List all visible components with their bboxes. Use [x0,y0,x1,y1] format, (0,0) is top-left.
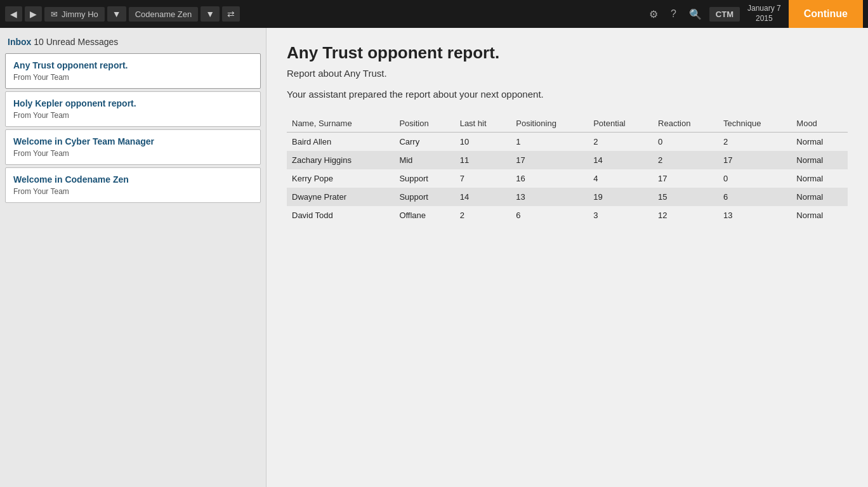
table-column-header: Reaction [653,115,718,133]
table-cell: Offlane [394,206,454,224]
table-cell: Support [394,188,454,206]
topbar: ◀ ▶ ✉ Jimmy Ho ▼ Codename Zen ▼ ⇄ ⚙ ? 🔍 … [0,0,868,28]
report-title: Any Trust opponent report. [287,43,848,63]
table-cell: Support [394,169,454,188]
back-button[interactable]: ◀ [5,6,22,22]
forward-button[interactable]: ▶ [25,6,42,22]
table-cell: Normal [791,206,848,224]
table-column-header: Mood [791,115,848,133]
table-cell: 14 [588,151,653,169]
user1-label: Jimmy Ho [62,10,98,19]
message-item[interactable]: Welcome in Codename ZenFrom Your Team [5,167,261,203]
inbox-count: 10 Unread Messages [34,37,118,47]
table-cell: 13 [718,206,791,224]
table-cell: Normal [791,151,848,169]
table-cell: 16 [511,169,588,188]
table-cell: David Todd [287,206,394,224]
table-cell: 7 [455,169,511,188]
table-cell: 2 [653,151,718,169]
message-item[interactable]: Any Trust opponent report.From Your Team [5,53,261,89]
message-title: Holy Kepler opponent report. [13,98,253,108]
message-from: From Your Team [13,149,253,158]
message-title: Welcome in Codename Zen [13,174,253,185]
table-row: Kerry PopeSupport7164170Normal [287,169,848,188]
inbox-header: Inbox 10 Unread Messages [0,34,266,53]
table-body: Baird AllenCarry101202NormalZachary Higg… [287,133,848,225]
table-cell: 14 [455,188,511,206]
table-cell: 4 [588,169,653,188]
swap-button[interactable]: ⇄ [222,6,240,22]
date-display: January 7 2015 [742,4,786,23]
table-cell: 17 [511,151,588,169]
table-column-header: Last hit [455,115,511,133]
table-cell: 2 [718,133,791,152]
report-table: Name, SurnamePositionLast hitPositioning… [287,115,848,224]
message-from: From Your Team [13,187,253,196]
mail-user1: ✉ Jimmy Ho [44,7,105,22]
report-subtitle: Report about Any Trust. [287,68,848,79]
message-from: From Your Team [13,111,253,120]
table-cell: 19 [588,188,653,206]
table-column-header: Technique [718,115,791,133]
table-column-header: Position [394,115,454,133]
table-cell: 10 [455,133,511,152]
table-row: Baird AllenCarry101202Normal [287,133,848,152]
date-line1: January 7 [747,4,781,14]
user1-dropdown[interactable]: ▼ [107,6,126,22]
mail-icon: ✉ [51,10,58,19]
table-cell: Dwayne Prater [287,188,394,206]
table-cell: Normal [791,133,848,152]
message-item[interactable]: Welcome in Cyber Team ManagerFrom Your T… [5,129,261,165]
user2-label-container: Codename Zen [129,7,199,22]
table-column-header: Positioning [511,115,588,133]
table-column-header: Potential [588,115,653,133]
table-cell: 17 [653,169,718,188]
help-button[interactable]: ? [666,6,681,22]
continue-button[interactable]: Continue [789,0,863,28]
table-cell: 15 [653,188,718,206]
table-cell: 2 [588,133,653,152]
sidebar: Inbox 10 Unread Messages Any Trust oppon… [0,28,266,487]
table-column-header: Name, Surname [287,115,394,133]
message-item[interactable]: Holy Kepler opponent report.From Your Te… [5,91,261,127]
message-list: Any Trust opponent report.From Your Team… [0,53,266,487]
table-cell: 0 [718,169,791,188]
table-cell: 2 [455,206,511,224]
table-cell: 1 [511,133,588,152]
table-cell: Kerry Pope [287,169,394,188]
user2-dropdown[interactable]: ▼ [201,6,220,22]
date-line2: 2015 [747,14,781,24]
table-cell: Normal [791,169,848,188]
table-cell: 6 [511,206,588,224]
inbox-link[interactable]: Inbox [8,37,31,47]
table-row: Dwayne PraterSupport141319156Normal [287,188,848,206]
table-cell: Normal [791,188,848,206]
table-cell: 13 [511,188,588,206]
table-cell: Zachary Higgins [287,151,394,169]
table-cell: Baird Allen [287,133,394,152]
table-cell: 6 [718,188,791,206]
table-cell: 3 [588,206,653,224]
ctm-label: CTM [709,7,740,22]
message-from: From Your Team [13,73,253,82]
settings-button[interactable]: ⚙ [644,6,663,23]
main-area: Inbox 10 Unread Messages Any Trust oppon… [0,28,868,487]
message-title: Any Trust opponent report. [13,60,253,70]
table-cell: 0 [653,133,718,152]
user2-label: Codename Zen [135,10,192,19]
message-title: Welcome in Cyber Team Manager [13,136,253,146]
table-row: Zachary HigginsMid111714217Normal [287,151,848,169]
table-cell: Carry [394,133,454,152]
table-row: David ToddOfflane2631213Normal [287,206,848,224]
content-panel: Any Trust opponent report. Report about … [266,28,868,487]
table-header-row: Name, SurnamePositionLast hitPositioning… [287,115,848,133]
table-cell: 12 [653,206,718,224]
search-button[interactable]: 🔍 [684,6,707,23]
table-cell: Mid [394,151,454,169]
table-cell: 17 [718,151,791,169]
report-description: Your assistant prepared the report about… [287,89,848,100]
table-cell: 11 [455,151,511,169]
